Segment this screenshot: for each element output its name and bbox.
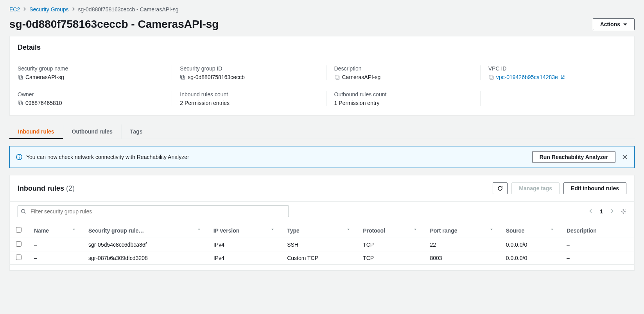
svg-rect-9 bbox=[19, 102, 22, 105]
breadcrumb-parent[interactable]: Security Groups bbox=[29, 6, 68, 13]
svg-rect-12 bbox=[19, 157, 20, 159]
rules-heading: Inbound rules bbox=[18, 184, 64, 192]
sort-icon bbox=[197, 227, 201, 231]
filter-rules-input[interactable] bbox=[18, 206, 289, 217]
svg-rect-4 bbox=[335, 75, 338, 78]
sort-icon bbox=[271, 227, 274, 231]
svg-rect-0 bbox=[18, 75, 22, 78]
tab-outbound-rules[interactable]: Outbound rules bbox=[63, 125, 122, 139]
chevron-right-icon bbox=[23, 6, 26, 13]
close-icon[interactable] bbox=[622, 154, 628, 160]
table-row[interactable]: – sgr-05d54c8cc6dbca36f IPv4 SSH TCP 22 … bbox=[10, 238, 634, 251]
sg-id-label: Security group ID bbox=[180, 65, 318, 72]
inbound-count-label: Inbound rules count bbox=[180, 91, 318, 97]
sort-icon bbox=[550, 227, 554, 231]
col-description[interactable]: Description bbox=[560, 223, 634, 238]
cell-description: – bbox=[560, 251, 634, 265]
svg-rect-8 bbox=[18, 101, 22, 104]
svg-rect-6 bbox=[489, 75, 492, 78]
cell-name: – bbox=[28, 238, 82, 251]
cell-description: – bbox=[560, 238, 634, 251]
banner-text: You can now check network connectivity w… bbox=[26, 154, 189, 160]
vpc-id-link[interactable]: vpc-019426b95ca14283e bbox=[496, 74, 558, 80]
horizontal-scrollbar[interactable] bbox=[10, 265, 634, 270]
table-row[interactable]: – sgr-087b6a309dfcd3208 IPv4 Custom TCP … bbox=[10, 251, 634, 265]
cell-type: SSH bbox=[281, 238, 357, 251]
refresh-icon bbox=[497, 185, 503, 191]
svg-point-14 bbox=[623, 211, 624, 212]
cell-source: 0.0.0.0/0 bbox=[500, 238, 560, 251]
row-checkbox[interactable] bbox=[16, 254, 22, 260]
col-source[interactable]: Source bbox=[500, 223, 560, 238]
description-label: Description bbox=[334, 65, 472, 72]
tab-tags[interactable]: Tags bbox=[122, 125, 151, 139]
vpc-id-label: VPC ID bbox=[488, 65, 626, 72]
rules-count: (2) bbox=[66, 184, 75, 192]
page-title: sg-0d880f758163ceccb - CamerasAPI-sg bbox=[9, 18, 219, 31]
svg-rect-3 bbox=[182, 76, 185, 79]
page-number: 1 bbox=[600, 208, 603, 215]
sg-id-value: sg-0d880f758163ceccb bbox=[188, 74, 245, 80]
col-rule-id[interactable]: Security group rule… bbox=[82, 223, 207, 238]
svg-rect-2 bbox=[181, 75, 184, 78]
svg-point-13 bbox=[22, 209, 25, 213]
sort-icon bbox=[490, 227, 493, 231]
details-heading: Details bbox=[18, 43, 41, 52]
external-link-icon bbox=[560, 75, 565, 79]
copy-icon[interactable] bbox=[334, 74, 340, 80]
select-all-checkbox[interactable] bbox=[16, 227, 22, 233]
breadcrumb: EC2 Security Groups sg-0d880f758163ceccb… bbox=[9, 6, 635, 13]
svg-rect-5 bbox=[336, 76, 339, 79]
cell-name: – bbox=[28, 251, 82, 265]
sort-icon bbox=[72, 227, 76, 231]
cell-protocol: TCP bbox=[357, 251, 423, 265]
search-icon bbox=[21, 209, 26, 214]
info-icon bbox=[16, 154, 22, 160]
outbound-count-label: Outbound rules count bbox=[334, 91, 472, 97]
caret-down-icon bbox=[623, 23, 627, 25]
copy-icon[interactable] bbox=[18, 100, 23, 106]
col-ip-version[interactable]: IP version bbox=[207, 223, 281, 238]
cell-source: 0.0.0.0/0 bbox=[500, 251, 560, 265]
prev-page-button[interactable] bbox=[588, 208, 594, 215]
next-page-button[interactable] bbox=[609, 208, 615, 215]
edit-inbound-rules-button[interactable]: Edit inbound rules bbox=[563, 182, 626, 194]
cell-port-range: 8003 bbox=[423, 251, 499, 265]
manage-tags-button[interactable]: Manage tags bbox=[511, 182, 560, 194]
sg-name-value: CamerasAPI-sg bbox=[25, 74, 64, 80]
sort-icon bbox=[346, 227, 350, 231]
owner-label: Owner bbox=[18, 91, 164, 97]
cell-rule-id: sgr-087b6a309dfcd3208 bbox=[82, 251, 207, 265]
row-checkbox[interactable] bbox=[16, 241, 22, 247]
copy-icon[interactable] bbox=[488, 74, 494, 80]
cell-port-range: 22 bbox=[423, 238, 499, 251]
tab-list: Inbound rules Outbound rules Tags bbox=[9, 125, 635, 139]
tab-inbound-rules[interactable]: Inbound rules bbox=[9, 125, 63, 139]
svg-rect-7 bbox=[490, 76, 493, 79]
cell-ip-version: IPv4 bbox=[207, 251, 281, 265]
col-type[interactable]: Type bbox=[281, 223, 357, 238]
cell-rule-id: sgr-05d54c8cc6dbca36f bbox=[82, 238, 207, 251]
sort-icon bbox=[413, 227, 417, 231]
run-reachability-button[interactable]: Run Reachability Analyzer bbox=[532, 151, 615, 163]
actions-button[interactable]: Actions bbox=[593, 18, 635, 30]
actions-label: Actions bbox=[600, 21, 620, 27]
breadcrumb-root[interactable]: EC2 bbox=[9, 6, 20, 13]
svg-rect-1 bbox=[19, 76, 22, 79]
copy-icon[interactable] bbox=[180, 74, 185, 80]
sg-name-label: Security group name bbox=[18, 65, 164, 72]
cell-protocol: TCP bbox=[357, 238, 423, 251]
col-protocol[interactable]: Protocol bbox=[357, 223, 423, 238]
gear-icon[interactable] bbox=[621, 209, 626, 214]
col-name[interactable]: Name bbox=[28, 223, 82, 238]
description-value: CamerasAPI-sg bbox=[342, 74, 381, 80]
copy-icon[interactable] bbox=[18, 74, 23, 80]
inbound-rules-panel: Inbound rules (2) Manage tags Edit inbou… bbox=[9, 175, 635, 271]
reachability-banner: You can now check network connectivity w… bbox=[9, 146, 635, 168]
svg-point-11 bbox=[19, 155, 20, 156]
col-port-range[interactable]: Port range bbox=[423, 223, 499, 238]
outbound-count-value: 1 Permission entry bbox=[334, 100, 380, 106]
refresh-button[interactable] bbox=[493, 182, 508, 194]
cell-ip-version: IPv4 bbox=[207, 238, 281, 251]
owner-value: 096876465810 bbox=[25, 100, 62, 106]
